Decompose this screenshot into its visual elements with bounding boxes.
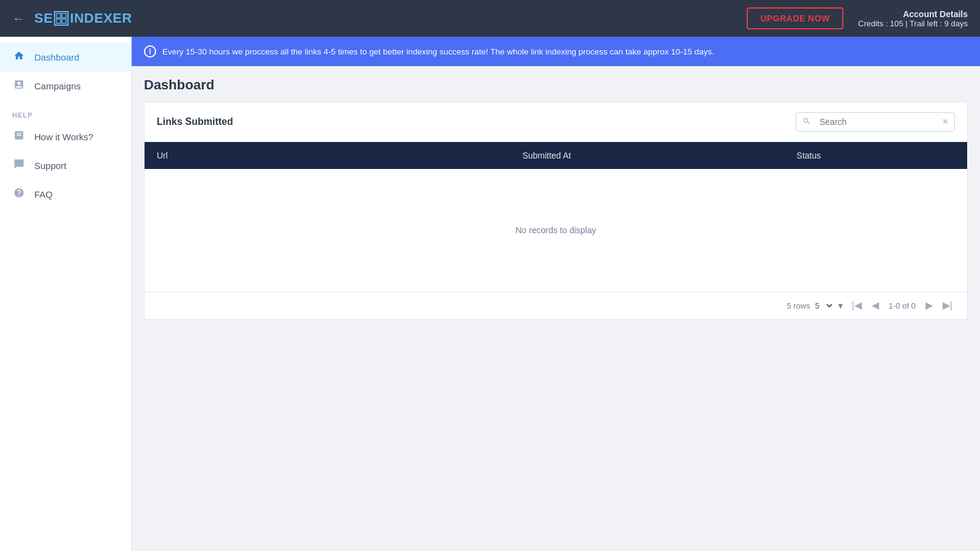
upgrade-button[interactable]: UPGRADE NOW [747,7,843,29]
account-label: Account Details [858,9,968,19]
col-status: Status [785,142,967,169]
main-content: i Every 15-30 hours we proccess all the … [132,37,980,551]
sidebar-campaigns-label: Campaigns [34,81,81,91]
help-section-label: HELP [0,100,131,122]
prev-page-button[interactable]: ◀ [869,299,881,312]
logo-icon [54,11,69,26]
col-submitted-at: Submitted At [510,142,785,169]
last-page-button[interactable]: ▶| [940,299,955,312]
banner-message: Every 15-30 hours we proccess all the li… [162,47,714,56]
main-layout: Dashboard Campaigns HELP How it Works? S… [0,37,980,551]
account-details: Account Details Credits : 105 | Trail le… [858,9,968,28]
home-icon [12,50,26,64]
pagination-info: 1-0 of 0 [889,301,916,310]
sidebar-item-how-it-works[interactable]: How it Works? [0,122,131,151]
search-input[interactable] [817,113,937,130]
account-info: Credits : 105 | Trail left : 9 days [858,19,968,28]
rows-label: 5 rows [786,301,810,310]
table-wrapper: Url Submitted At Status No records to di… [145,142,967,291]
info-banner: i Every 15-30 hours we proccess all the … [132,37,980,66]
campaigns-icon [12,79,26,93]
svg-rect-2 [56,19,61,23]
first-page-button[interactable]: |◀ [850,299,864,312]
card-header: Links Submitted × [145,102,967,142]
sidebar-item-dashboard[interactable]: Dashboard [0,43,131,72]
sidebar-item-faq[interactable]: FAQ [0,180,131,209]
how-it-works-icon [12,130,26,144]
header-left: ← SE INDEXER [12,10,132,26]
sidebar-support-label: Support [34,160,67,171]
logo-indexer: INDEXER [70,10,132,26]
next-page-button[interactable]: ▶ [923,299,935,312]
rows-per-page-select[interactable]: 5 10 25 [813,301,834,311]
links-submitted-card: Links Submitted × Url Submitted At Statu… [144,102,968,320]
app-header: ← SE INDEXER UPGRADE NOW Account Details… [0,0,980,37]
no-records-text: No records to display [516,225,597,235]
sidebar-dashboard-label: Dashboard [34,52,79,62]
svg-rect-1 [62,13,66,18]
support-icon [12,159,26,173]
sidebar: Dashboard Campaigns HELP How it Works? S… [0,37,132,551]
search-wrapper: × [796,112,955,132]
sidebar-how-it-works-label: How it Works? [34,132,93,142]
table-body: No records to display [145,169,967,291]
faq-icon [12,187,26,201]
sidebar-faq-label: FAQ [34,189,53,200]
back-button[interactable]: ← [12,12,24,24]
table-header: Url Submitted At Status [145,142,967,169]
logo-se: SE [34,10,53,26]
rows-select-wrapper: 5 rows 5 10 25 ▼ [786,301,844,311]
search-icon [796,113,817,131]
info-icon: i [144,45,156,58]
table-footer: 5 rows 5 10 25 ▼ |◀ ◀ 1-0 of 0 ▶ ▶| [145,291,967,319]
search-clear-button[interactable]: × [937,113,954,131]
svg-rect-3 [62,19,66,23]
col-url: Url [145,142,510,169]
sidebar-item-campaigns[interactable]: Campaigns [0,72,131,100]
card-title: Links Submitted [157,116,233,127]
app-logo: SE INDEXER [34,10,132,26]
page-title: Dashboard [132,66,980,102]
header-right: UPGRADE NOW Account Details Credits : 10… [747,7,968,29]
rows-dropdown-icon: ▼ [837,301,845,310]
sidebar-item-support[interactable]: Support [0,151,131,180]
svg-rect-0 [56,13,61,18]
